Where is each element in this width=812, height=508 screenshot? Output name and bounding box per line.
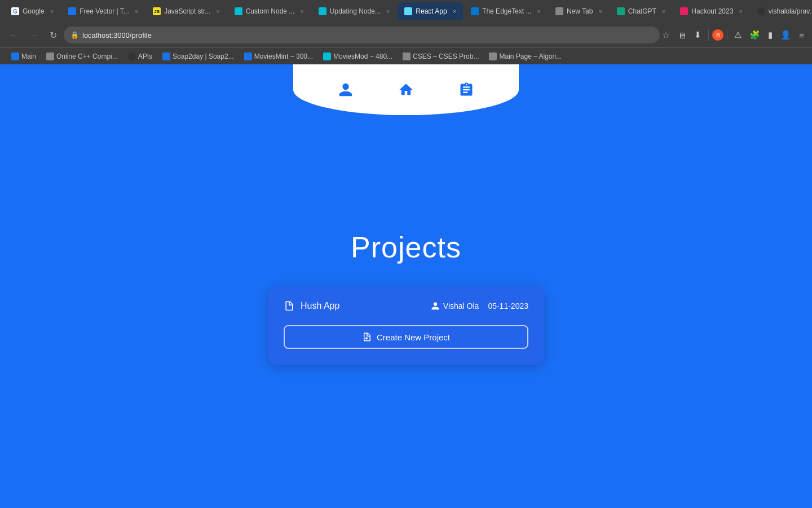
bookmark-cses[interactable]: CSES – CSES Prob... [398,51,483,62]
project-card: Hush App Vishal Ola 05-11-2023 Creat [268,287,544,365]
tab-freevector[interactable]: Free Vector | T...× [61,2,145,20]
browser-chrome: GGoogle×Free Vector | T...×JSJavaScript … [0,0,812,64]
bookmark-mainpage[interactable]: Main Page – Algori... [484,51,566,62]
page-title: Projects [351,230,461,264]
nav-icons [293,64,519,115]
document-icon [284,300,295,312]
project-user-name: Vishal Ola [443,301,479,310]
address-input[interactable]: 🔒 localhost:3000/profile [64,27,660,43]
lock-icon: 🔒 [70,31,79,39]
bookmark-cpp[interactable]: Online C++ Compi... [42,51,122,62]
title-bar: GGoogle×Free Vector | T...×JSJavaScript … [0,0,812,23]
project-row: Hush App Vishal Ola 05-11-2023 [284,300,528,312]
bookmarks-bar: MainOnline C++ Compi...APIsSoap2day | So… [0,47,812,64]
toolbar-icons: 🖥 ⬇ B ⚠ 🧩 ▮ 👤 ≡ [674,28,807,42]
menu-button[interactable]: ≡ [796,28,807,42]
sidebar-button[interactable]: ▮ [765,28,776,42]
forward-button[interactable]: → [25,28,43,42]
alert-button[interactable]: ⚠ [731,28,745,42]
bookmark-soap2day[interactable]: Soap2day | Soap2... [158,51,239,62]
tab-custom-node[interactable]: Custom Node ...× [228,2,311,20]
back-button[interactable]: ← [5,28,23,42]
tab-new-tab[interactable]: New Tab× [549,2,609,20]
bookmark-button[interactable]: ☆ [662,30,670,41]
tab-chatgpt[interactable]: ChatGPT× [610,2,672,20]
tab-js-strings[interactable]: JSJavaScript str...× [146,2,226,20]
toolbar-divider [708,29,709,41]
project-date: 05-11-2023 [488,301,528,310]
page-content: Projects Hush App Vishal Ola 0 [0,64,812,508]
extensions-button[interactable]: 🧩 [746,28,764,42]
bookmark-main[interactable]: Main [7,51,41,62]
main-content: Projects Hush App Vishal Ola 0 [0,64,812,508]
project-name: Hush App [284,300,339,312]
tab-google[interactable]: GGoogle× [5,2,60,20]
tab-react-app[interactable]: React App× [398,2,463,20]
tab-hackout[interactable]: Hackout 2023× [673,2,749,20]
bookmark-apis[interactable]: APIs [123,51,157,62]
home-nav-button[interactable] [398,82,414,98]
nav-shape [293,64,519,115]
create-document-icon [362,332,372,342]
tab-vishalola[interactable]: vishalola/prav...× [751,2,812,20]
bookmark-moviesmod[interactable]: MoviesMod ~ 480... [319,51,397,62]
address-text: localhost:3000/profile [82,31,653,40]
project-title-text: Hush App [301,301,339,311]
create-button-label: Create New Project [377,332,450,342]
address-bar: ← → ↻ 🔒 localhost:3000/profile ☆ 🖥 ⬇ B ⚠… [0,23,812,47]
project-user: Vishal Ola [431,301,479,310]
create-new-project-button[interactable]: Create New Project [284,325,528,349]
project-meta: Vishal Ola 05-11-2023 [431,301,528,310]
clipboard-nav-button[interactable] [458,82,474,98]
profile-button[interactable]: 👤 [777,28,795,42]
screen-cast-button[interactable]: 🖥 [674,28,690,42]
download-button[interactable]: ⬇ [691,28,705,42]
brave-icon: B [712,29,723,41]
tab-edgetext[interactable]: The EdgeText ...× [464,2,548,20]
toolbar-divider2 [727,29,727,41]
reload-button[interactable]: ↻ [45,28,61,43]
tab-updating-node[interactable]: Updating Node...× [312,2,397,20]
user-icon [431,301,440,310]
bookmark-moviesmint[interactable]: MoviesMint ~ 300... [240,51,317,62]
profile-nav-button[interactable] [338,82,354,98]
